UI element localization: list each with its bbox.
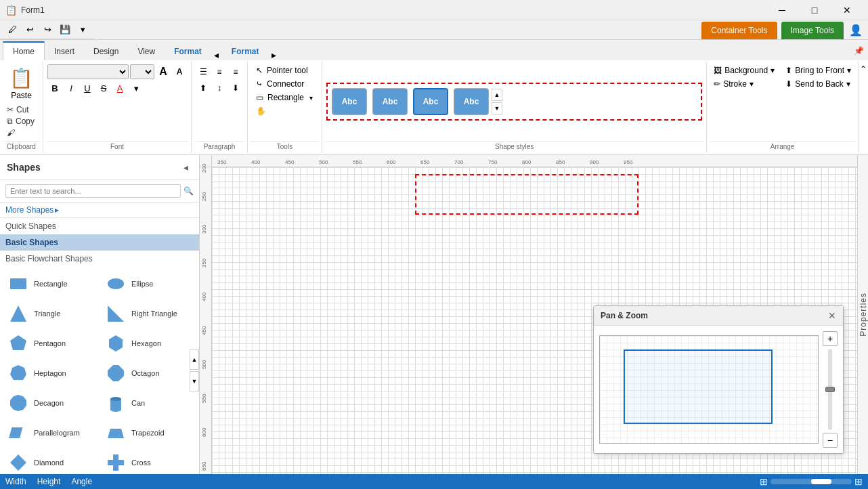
font-decrease-button[interactable]: A <box>172 64 187 79</box>
shape-item-rectangle[interactable]: Rectangle <box>3 270 99 298</box>
bring-front-dropdown: ▾ <box>847 66 851 75</box>
font-size-select[interactable] <box>130 64 154 79</box>
tab-design[interactable]: Design <box>84 43 128 60</box>
qa-dropdown-button[interactable]: ▾ <box>74 22 91 38</box>
underline-button[interactable]: U <box>80 81 95 95</box>
pan-tool-button[interactable]: ✋ <box>252 105 271 117</box>
italic-button[interactable]: I <box>64 81 79 95</box>
tab-image-tools[interactable]: Image Tools <box>781 22 844 39</box>
shape-swatch-1[interactable]: Abc <box>332 88 367 115</box>
pan-zoom-close-button[interactable]: ✕ <box>828 310 836 321</box>
connector-tool-button[interactable]: ⤷ Connector <box>252 78 318 90</box>
style-scroll-up[interactable]: ▲ <box>492 89 502 101</box>
send-to-back-button[interactable]: Send to Back ▾ <box>795 79 851 89</box>
category-basic-shapes[interactable]: Basic Shapes <box>0 234 199 251</box>
zoom-in-button[interactable]: + <box>823 331 838 346</box>
bold-button[interactable]: B <box>47 81 62 95</box>
minimize-button[interactable]: ─ <box>766 0 798 20</box>
align-top-button[interactable]: ⬆ <box>196 81 211 95</box>
align-bottom-button[interactable]: ⬇ <box>228 81 243 95</box>
cut-button[interactable]: ✂ Cut <box>4 104 37 115</box>
paste-button[interactable]: 📋 Paste <box>4 64 39 103</box>
tab-container-tools[interactable]: Container Tools <box>701 22 777 39</box>
shape-item-diamond[interactable]: Diamond <box>3 448 99 474</box>
tab-format-1[interactable]: Format <box>165 43 211 60</box>
ribbon-pin-button[interactable]: 📌 <box>850 43 867 59</box>
search-button[interactable]: 🔍 <box>183 186 194 196</box>
tab-nav-left[interactable]: ◂ <box>211 49 222 60</box>
shape-swatch-3[interactable]: Abc <box>413 88 448 115</box>
more-shapes-button[interactable]: More Shapes ▸ <box>5 205 59 215</box>
category-flowchart-shapes[interactable]: Basic Flowchart Shapes <box>0 251 199 267</box>
stroke-button[interactable]: Stroke ▾ <box>723 79 775 89</box>
zoom-slider-thumb[interactable] <box>825 387 835 392</box>
tab-format-2[interactable]: Format <box>222 43 269 60</box>
tab-insert[interactable]: Insert <box>45 43 84 60</box>
tab-nav-right[interactable]: ▸ <box>269 49 280 60</box>
grid-scroll-down[interactable]: ▼ <box>190 371 199 391</box>
properties-panel[interactable]: Properties <box>857 155 868 474</box>
bring-to-front-button[interactable]: Bring to Front ▾ <box>795 66 851 75</box>
copy-button[interactable]: ⧉ Copy <box>4 116 37 127</box>
search-input[interactable] <box>5 184 181 198</box>
status-grid-button[interactable]: ⊞ <box>854 476 863 487</box>
user-icon-button[interactable]: 👤 <box>846 20 865 39</box>
zoom-scrollbar-thumb[interactable] <box>811 479 831 484</box>
category-quick-shapes[interactable]: Quick Shapes <box>0 218 199 234</box>
background-button[interactable]: Background ▾ <box>724 66 775 75</box>
shape-swatch-4[interactable]: Abc <box>454 88 489 115</box>
qa-draw-button[interactable]: 🖊 <box>4 22 20 38</box>
zoom-out-button[interactable]: − <box>823 433 838 448</box>
cut-label: Cut <box>16 105 29 114</box>
qa-undo-button[interactable]: ↩ <box>22 22 38 38</box>
rectangle-dropdown[interactable]: ▾ <box>309 94 313 102</box>
pointer-tool-button[interactable]: ↖ Pointer tool <box>252 64 318 77</box>
pan-zoom-viewport[interactable] <box>624 349 773 424</box>
shape-item-triangle[interactable]: Triangle <box>3 299 99 328</box>
pan-zoom-map[interactable] <box>599 335 819 444</box>
ribbon-expand-button[interactable]: ⌃ <box>860 64 867 74</box>
align-middle-button[interactable]: ↕ <box>212 81 227 95</box>
grid-scroll-up[interactable]: ▲ <box>190 349 199 370</box>
qa-save-button[interactable]: 💾 <box>57 22 73 38</box>
shape-item-parallelogram[interactable]: Parallelogram <box>3 419 99 447</box>
h-ruler-ticks: 350 400 450 500 550 600 650 700 750 800 … <box>212 155 857 167</box>
canvas-container[interactable]: 350 400 450 500 550 600 650 700 750 800 … <box>200 155 857 474</box>
font-color-button[interactable]: A <box>112 81 127 95</box>
shapes-collapse-button[interactable]: ◂ <box>179 161 192 174</box>
shape-item-decagon[interactable]: Decagon <box>3 389 99 417</box>
decagon-shape-label: Decagon <box>34 399 64 407</box>
more-shapes-label: More Shapes <box>5 205 53 215</box>
tab-home[interactable]: Home <box>3 41 45 60</box>
zoom-scrollbar[interactable] <box>771 479 852 484</box>
shape-item-octagon[interactable]: Octagon <box>100 359 196 387</box>
shape-item-trapezoid[interactable]: Trapezoid <box>100 419 196 447</box>
font-color-dropdown[interactable]: ▾ <box>129 81 144 95</box>
shape-item-right-triangle[interactable]: Right Triangle <box>100 299 196 328</box>
status-icon-button[interactable]: ⊞ <box>760 476 768 487</box>
shape-item-heptagon[interactable]: Heptagon <box>3 359 99 387</box>
shape-item-can[interactable]: Can <box>100 389 196 417</box>
close-button[interactable]: ✕ <box>831 0 863 20</box>
shape-swatches: Abc Abc Abc Abc <box>330 87 490 116</box>
align-right-button[interactable]: ≡ <box>228 64 243 79</box>
font-name-select[interactable] <box>47 64 129 79</box>
send-back-dropdown: ▾ <box>846 79 850 89</box>
shape-item-cross[interactable]: Cross <box>100 448 196 474</box>
maximize-button[interactable]: □ <box>799 0 830 20</box>
strikethrough-button[interactable]: S <box>96 81 111 95</box>
shape-item-ellipse[interactable]: Ellipse <box>100 270 196 298</box>
shape-swatch-2[interactable]: Abc <box>372 88 408 115</box>
shape-item-hexagon[interactable]: Hexagon <box>100 329 196 358</box>
pan-zoom-header[interactable]: Pan & Zoom ✕ <box>594 306 843 326</box>
format-painter-button[interactable]: 🖌 <box>4 127 37 138</box>
status-height: Height <box>37 477 61 486</box>
font-increase-button[interactable]: A <box>156 64 171 79</box>
rectangle-tool-button[interactable]: ▭ Rectangle <box>252 91 308 104</box>
align-center-button[interactable]: ≡ <box>212 64 227 79</box>
shape-item-pentagon[interactable]: Pentagon <box>3 329 99 358</box>
style-scroll-down[interactable]: ▼ <box>492 102 502 114</box>
qa-redo-button[interactable]: ↪ <box>39 22 56 38</box>
align-left-button[interactable]: ☰ <box>196 64 211 79</box>
tab-view[interactable]: View <box>128 43 165 60</box>
